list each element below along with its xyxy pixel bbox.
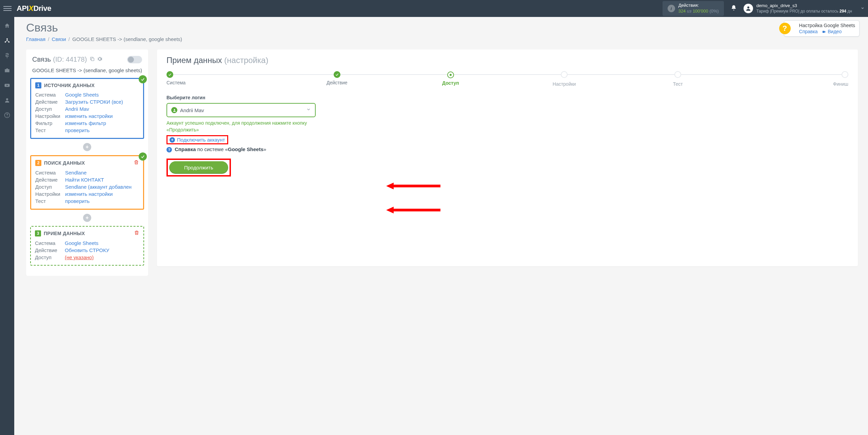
source-system[interactable]: Google Sheets	[65, 92, 99, 98]
step-settings: Настройки	[508, 71, 621, 87]
dest-action[interactable]: Обновить СТРОКУ	[65, 247, 109, 253]
svg-point-8	[7, 116, 7, 117]
step-finish: Финиш	[735, 71, 848, 87]
destination-card: 3 ПРИЕМ ДАННЫХ СистемаGoogle Sheets Дейс…	[30, 226, 144, 266]
dest-system[interactable]: Google Sheets	[65, 240, 98, 246]
page-title: Связь	[26, 21, 858, 34]
user-info: demo_apix_drive_s3 Тариф |Премиум PRO| д…	[756, 3, 852, 14]
source-card: 1 ИСТОЧНИК ДАННЫХ СистемаGoogle Sheets Д…	[30, 78, 144, 139]
rail-connections-icon[interactable]	[3, 37, 11, 44]
dest-access[interactable]: (не указано)	[65, 254, 94, 260]
avatar-icon	[744, 4, 753, 13]
annotation-arrow	[386, 206, 440, 215]
search-action[interactable]: Найти КОНТАКТ	[65, 177, 104, 183]
rail-briefcase-icon[interactable]	[3, 67, 11, 74]
actions-counter[interactable]: i Действия: 324 из 100'000 (0%)	[663, 1, 724, 16]
source-filter[interactable]: изменить фильтр	[65, 120, 106, 126]
chevron-down-icon	[306, 107, 311, 113]
help-bubble-title: Настройка Google Sheets	[799, 23, 855, 28]
card-title: ПОИСК ДАННЫХ	[44, 160, 85, 166]
user-menu[interactable]: demo_apix_drive_s3 Тариф |Премиум PRO| д…	[744, 3, 865, 14]
copy-icon[interactable]	[90, 56, 95, 63]
search-test[interactable]: проверить	[65, 198, 90, 204]
tariff-line: Тариф |Премиум PRO| до оплаты осталось 2…	[756, 9, 852, 14]
connect-account-link[interactable]: + Подключить аккаунт	[166, 135, 228, 144]
delete-icon[interactable]	[134, 230, 139, 237]
card-number: 2	[35, 160, 41, 166]
breadcrumb-connections[interactable]: Связи	[52, 36, 66, 42]
step-system[interactable]: Система	[166, 71, 280, 85]
actions-text: Действия: 324 из 100'000 (0%)	[678, 3, 719, 14]
actions-label: Действия:	[678, 3, 719, 8]
info-icon: i	[668, 5, 675, 12]
rail-user-icon[interactable]	[3, 97, 11, 104]
source-settings[interactable]: изменить настройки	[65, 113, 113, 119]
add-step-button[interactable]: +	[83, 214, 91, 222]
gear-icon[interactable]	[97, 56, 102, 63]
check-badge-icon	[139, 152, 147, 161]
search-system[interactable]: Sendlane	[65, 170, 86, 175]
svg-marker-14	[386, 207, 440, 213]
rail-home-icon[interactable]	[3, 22, 11, 29]
actions-of: из	[687, 8, 691, 14]
add-step-button[interactable]: +	[83, 143, 91, 151]
connection-summary-panel: Связь (ID: 44178) GOOGLE SHEETS -> (send…	[26, 49, 148, 276]
config-title: Прием данных (настройка)	[166, 56, 848, 65]
search-settings[interactable]: изменить настройки	[65, 191, 113, 197]
help-link[interactable]: Справка	[799, 29, 818, 34]
plus-icon: +	[170, 137, 175, 143]
left-rail	[0, 17, 14, 276]
search-card: 2 ПОИСК ДАННЫХ СистемаSendlane ДействиеН…	[30, 155, 144, 210]
help-question-icon: ?	[779, 23, 791, 34]
source-action[interactable]: Загрузить СТРОКИ (все)	[65, 99, 123, 105]
user-name: demo_apix_drive_s3	[756, 3, 852, 9]
chevron-down-icon	[861, 5, 865, 12]
rail-help-icon[interactable]	[3, 111, 11, 119]
breadcrumb: Главная / Связи / GOOGLE SHEETS -> (send…	[26, 36, 858, 42]
stepper: Система Действие Доступ Настройки Тест Ф…	[166, 71, 848, 87]
connection-id: (ID: 44178)	[53, 56, 87, 63]
success-message: Аккаунт успешно подключен, для продолжен…	[166, 120, 322, 133]
card-title: ИСТОЧНИК ДАННЫХ	[44, 83, 95, 88]
connection-toggle[interactable]	[127, 56, 142, 63]
source-test[interactable]: проверить	[65, 127, 90, 133]
continue-button[interactable]: Продолжить	[169, 161, 228, 174]
search-access[interactable]: Sendlane (аккаунт добавлен	[65, 184, 132, 190]
svg-point-2	[5, 41, 6, 43]
source-access[interactable]: Andrii Mav	[65, 106, 89, 112]
panel-title: Связь	[32, 56, 51, 63]
config-panel: Прием данных (настройка) Система Действи…	[157, 49, 858, 266]
svg-point-6	[6, 98, 8, 100]
annotation-arrow	[386, 182, 440, 191]
svg-point-3	[8, 41, 9, 43]
notifications-icon[interactable]	[731, 5, 737, 12]
step-test: Тест	[621, 71, 735, 87]
user-icon	[171, 107, 177, 113]
system-help-link[interactable]: Справка	[175, 146, 196, 152]
check-badge-icon	[139, 75, 147, 83]
menu-toggle[interactable]	[3, 4, 12, 13]
connection-path: GOOGLE SHEETS -> (sendlane, google sheet…	[30, 66, 144, 78]
svg-marker-13	[386, 183, 440, 189]
breadcrumb-home[interactable]: Главная	[26, 36, 45, 42]
continue-highlight: Продолжить	[166, 159, 231, 177]
login-value: Andrii Mav	[180, 107, 303, 113]
login-select[interactable]: Andrii Mav	[166, 103, 316, 117]
svg-point-0	[747, 6, 749, 8]
logo-text-pre: API	[17, 4, 28, 13]
svg-marker-10	[825, 31, 826, 33]
svg-rect-11	[92, 58, 94, 61]
card-number: 3	[35, 230, 41, 236]
delete-icon[interactable]	[134, 160, 139, 166]
top-header: APIXDrive i Действия: 324 из 100'000 (0%…	[0, 0, 868, 17]
svg-point-1	[6, 38, 8, 40]
help-icon: ?	[166, 147, 172, 152]
step-action[interactable]: Действие	[280, 71, 394, 85]
rail-youtube-icon[interactable]	[3, 82, 11, 89]
video-link[interactable]: Видео	[822, 29, 842, 34]
rail-billing-icon[interactable]	[3, 52, 11, 59]
step-access[interactable]: Доступ	[394, 71, 507, 86]
actions-pct: (0%)	[709, 8, 718, 14]
svg-point-12	[174, 109, 175, 110]
logo[interactable]: APIXDrive	[17, 4, 51, 13]
